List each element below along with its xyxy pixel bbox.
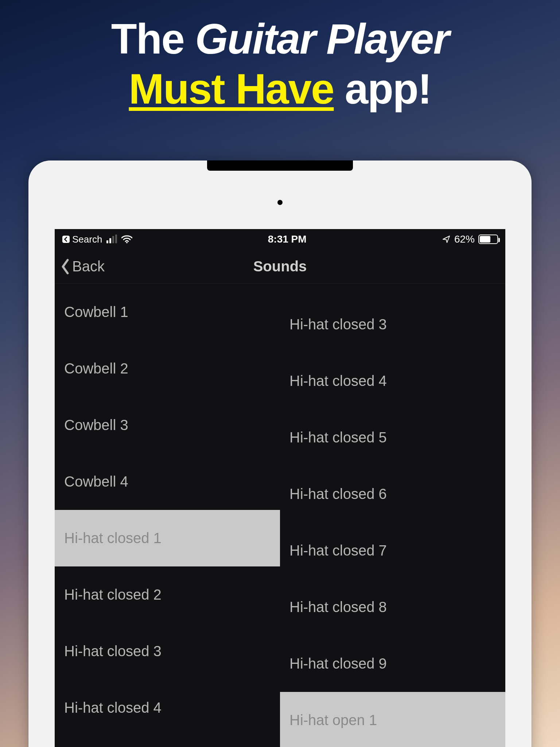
list-item[interactable]: Cowbell 2	[55, 340, 280, 397]
list-item[interactable]: Hi-hat closed 5	[280, 409, 505, 466]
list-item[interactable]: Cowbell 1	[55, 284, 280, 340]
headline-prefix: The	[111, 15, 195, 63]
battery-icon	[478, 235, 498, 244]
list-item[interactable]: Hi-hat closed 1	[55, 510, 280, 566]
list-item-label: Cowbell 3	[64, 417, 128, 433]
promo-headline: The Guitar Player Must Have app!	[0, 0, 560, 113]
chevron-left-boxed-icon	[62, 235, 70, 243]
app-screen: Search 8:31 PM 62% Back	[55, 229, 505, 747]
list-item-label: Cowbell 4	[64, 473, 128, 490]
svg-rect-0	[62, 236, 70, 243]
list-item-label: Hi-hat closed 6	[289, 486, 387, 502]
list-item[interactable]: Hi-hat closed 8	[280, 579, 505, 635]
chevron-left-icon	[60, 259, 71, 275]
list-item[interactable]: Hi-hat open 1	[280, 692, 505, 747]
list-item-label: Hi-hat open 1	[289, 712, 377, 728]
list-item-label: Cowbell 1	[64, 304, 128, 320]
list-item-label: Hi-hat closed 4	[289, 373, 387, 389]
list-item[interactable]: Cowbell 4	[55, 453, 280, 510]
list-item-label: Hi-hat closed 4	[64, 700, 162, 716]
headline-line1: The Guitar Player	[0, 16, 560, 63]
sounds-column-right[interactable]: Hi-hat closed 3Hi-hat closed 4Hi-hat clo…	[280, 284, 505, 747]
list-item[interactable]: Hi-hat closed 4	[280, 353, 505, 409]
list-item-label: Hi-hat closed 7	[289, 542, 387, 559]
status-left: Search	[62, 234, 132, 245]
list-item[interactable]: Hi-hat closed 4	[55, 680, 280, 736]
headline-line2: Must Have app!	[0, 65, 560, 113]
list-item[interactable]: Hi-hat closed 7	[280, 522, 505, 579]
breadcrumb-search[interactable]: Search	[62, 234, 102, 245]
svg-point-1	[126, 242, 128, 243]
list-item[interactable]: Cowbell 3	[55, 397, 280, 453]
list-item-label: Hi-hat closed 3	[64, 643, 162, 659]
breadcrumb-search-label: Search	[72, 234, 102, 245]
ipad-frame: Search 8:31 PM 62% Back	[28, 160, 532, 747]
list-item-label: Hi-hat closed 3	[289, 316, 387, 333]
list-item-label: Hi-hat closed 2	[64, 587, 162, 603]
list-item-label: Cowbell 2	[64, 360, 128, 377]
status-right: 62%	[442, 233, 498, 245]
location-icon	[442, 235, 451, 244]
headline-must-have: Must Have	[129, 65, 334, 113]
nav-bar: Back Sounds	[55, 249, 505, 284]
list-item-label: Hi-hat closed 1	[64, 530, 162, 546]
status-bar: Search 8:31 PM 62%	[55, 229, 505, 249]
page-title: Sounds	[55, 258, 505, 275]
back-label: Back	[72, 258, 105, 275]
list-item-label: Hi-hat closed 5	[289, 429, 387, 446]
sounds-list: Cowbell 1Cowbell 2Cowbell 3Cowbell 4Hi-h…	[55, 284, 505, 747]
headline-suffix: app!	[334, 65, 431, 113]
headline-italic: Guitar Player	[195, 15, 449, 63]
list-item-label: Hi-hat closed 8	[289, 599, 387, 615]
wifi-icon	[121, 235, 132, 243]
list-item[interactable]: Hi-hat closed 6	[280, 466, 505, 522]
ipad-camera	[277, 200, 283, 205]
list-item[interactable]: Hi-hat closed 3	[280, 296, 505, 353]
battery-percent: 62%	[454, 233, 475, 245]
back-button[interactable]: Back	[55, 258, 105, 275]
list-item-label: Hi-hat closed 9	[289, 655, 387, 672]
list-item[interactable]: Hi-hat closed 9	[280, 635, 505, 692]
sounds-column-left[interactable]: Cowbell 1Cowbell 2Cowbell 3Cowbell 4Hi-h…	[55, 284, 280, 747]
list-item[interactable]: Hi-hat closed 2	[55, 566, 280, 623]
status-time: 8:31 PM	[268, 233, 307, 245]
list-item[interactable]: Hi-hat closed 3	[55, 623, 280, 680]
cellular-signal-icon	[106, 235, 117, 243]
ipad-notch	[207, 160, 353, 171]
